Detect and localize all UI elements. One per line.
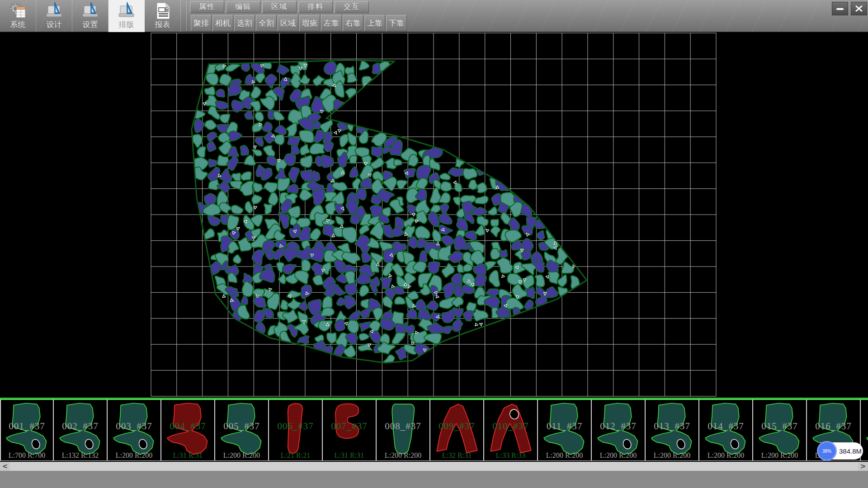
menu-button-右靠[interactable]: 右靠 bbox=[343, 15, 363, 31]
pieces-strip: 001_#37L:700 R:700002_#37L:132 R:132003_… bbox=[0, 398, 868, 462]
piece-thumbnail[interactable]: 010_#37L:33 R:33 bbox=[484, 399, 538, 461]
piece-name: 012_#37 bbox=[592, 421, 645, 432]
menu-row-secondary: 聚排相机选割全割区域瑕疵左靠右靠上靠下靠 bbox=[191, 15, 407, 31]
piece-thumbnail[interactable]: 005_#37L:200 R:200 bbox=[215, 399, 269, 461]
piece-thumbnail[interactable]: 006_#37L:21 R:21 bbox=[269, 399, 323, 461]
piece-size-label: L:33 R:33 bbox=[484, 451, 537, 460]
piece-size-label: L:200 R:200 bbox=[377, 451, 429, 460]
piece-name: 014_#37 bbox=[699, 421, 752, 432]
piece-name: 003_#37 bbox=[108, 421, 160, 432]
design-ruler-icon bbox=[45, 1, 64, 21]
piece-size-label: L:200 R:200 bbox=[215, 451, 268, 460]
menu-button-左靠[interactable]: 左靠 bbox=[321, 15, 342, 31]
menu-button-全割[interactable]: 全割 bbox=[256, 15, 277, 31]
piece-size-label: L:200 R:200 bbox=[699, 451, 752, 460]
nesting-canvas-svg bbox=[0, 32, 868, 398]
menu-button-区域[interactable]: 区域 bbox=[262, 1, 297, 13]
piece-name: 009_#37 bbox=[430, 421, 483, 432]
toolbar-button-label: 报表 bbox=[155, 21, 170, 29]
toolbar-button-报表[interactable]: 报表 bbox=[145, 0, 181, 32]
piece-name: 001_#37 bbox=[1, 421, 53, 432]
menu-button-区域[interactable]: 区域 bbox=[278, 15, 298, 31]
piece-thumbnail[interactable]: 014_#37L:200 R:200 bbox=[699, 399, 753, 461]
toolbar-button-label: 设置 bbox=[83, 21, 98, 29]
menu-button-相机[interactable]: 相机 bbox=[212, 15, 233, 31]
settings-ruler-icon bbox=[81, 1, 100, 21]
piece-name: 005_#37 bbox=[215, 421, 268, 432]
close-icon bbox=[854, 5, 863, 13]
piece-size-label: L:32 R:31 bbox=[430, 451, 483, 460]
menu-button-属性[interactable]: 属性 bbox=[190, 1, 224, 13]
piece-size-label: L:200 R:200 bbox=[538, 451, 591, 460]
piece-thumbnail-list: 001_#37L:700 R:700002_#37L:132 R:132003_… bbox=[0, 399, 868, 462]
piece-name: 007_#37 bbox=[323, 421, 376, 432]
piece-size-label: L:31 R:31 bbox=[323, 451, 376, 460]
footer-bar bbox=[0, 471, 868, 488]
piece-thumbnail[interactable]: 009_#37L:32 R:31 bbox=[430, 399, 484, 461]
app-window: 系统设计设置排版报表 属性编辑区域排料交互 聚排相机选割全割区域瑕疵左靠右靠上靠… bbox=[0, 0, 868, 488]
progress-percent-badge: 38% bbox=[817, 441, 837, 461]
menu-button-交互[interactable]: 交互 bbox=[335, 1, 369, 13]
close-button[interactable] bbox=[851, 2, 867, 15]
toolbar-button-设计[interactable]: 设计 bbox=[36, 0, 72, 32]
toolbar-button-label: 设计 bbox=[47, 21, 62, 29]
piece-size-label: L:21 R:21 bbox=[269, 451, 322, 460]
menu-button-编辑[interactable]: 编辑 bbox=[226, 1, 260, 13]
piece-name: 013_#37 bbox=[646, 421, 698, 432]
piece-thumbnail[interactable]: 011_#37L:200 R:200 bbox=[538, 399, 592, 461]
piece-thumbnail[interactable]: 015_#37L:200 R:200 bbox=[753, 399, 807, 461]
toolbar-button-排版[interactable]: 排版 bbox=[108, 0, 145, 32]
piece-name: 006_#37 bbox=[269, 421, 322, 432]
menu-button-下靠[interactable]: 下靠 bbox=[386, 15, 407, 31]
nesting-ruler-icon bbox=[117, 1, 136, 21]
piece-name: 002_#37 bbox=[54, 421, 107, 432]
menu-button-排料[interactable]: 排料 bbox=[298, 1, 333, 13]
nesting-canvas[interactable] bbox=[0, 32, 868, 398]
piece-thumbnail[interactable]: 012_#37L:200 R:200 bbox=[592, 399, 646, 461]
piece-size-label: L:132 R:132 bbox=[54, 451, 107, 460]
menu-button-选割[interactable]: 选割 bbox=[234, 15, 255, 31]
toolbar-button-系统[interactable]: 系统 bbox=[0, 0, 36, 32]
menu-button-聚排[interactable]: 聚排 bbox=[191, 15, 212, 31]
piece-thumbnail[interactable]: 004_#37L:31 R:31 bbox=[161, 399, 215, 461]
window-controls bbox=[832, 2, 867, 15]
toolbar-button-label: 系统 bbox=[10, 21, 26, 29]
main-toolbar: 系统设计设置排版报表 属性编辑区域排料交互 聚排相机选割全割区域瑕疵左靠右靠上靠… bbox=[0, 0, 868, 32]
piece-name: 015_#37 bbox=[753, 421, 806, 432]
toolbar-button-label: 排版 bbox=[119, 21, 134, 29]
piece-name: 010_#37 bbox=[484, 421, 537, 432]
system-gear-icon bbox=[9, 1, 28, 21]
piece-name: 008_#37 bbox=[377, 421, 429, 432]
piece-thumbnail[interactable]: 007_#37L:31 R:31 bbox=[323, 399, 377, 461]
piece-name: 011_#37 bbox=[538, 421, 591, 432]
menu-button-上靠[interactable]: 上靠 bbox=[364, 15, 385, 31]
menu-button-瑕疵[interactable]: 瑕疵 bbox=[299, 15, 320, 31]
minimize-button[interactable] bbox=[832, 2, 848, 15]
scroll-left-arrow[interactable]: < bbox=[0, 462, 10, 471]
minimize-icon bbox=[835, 5, 844, 13]
piece-name: 016_#37 bbox=[807, 421, 860, 432]
piece-size-label: L:31 R:31 bbox=[161, 451, 214, 460]
piece-thumbnail[interactable]: 002_#37L:132 R:132 bbox=[54, 399, 108, 461]
piece-name: 017_#37 bbox=[861, 421, 868, 432]
piece-name: 004_#37 bbox=[161, 421, 214, 432]
toolbar-separator bbox=[186, 1, 187, 31]
menu-row-primary: 属性编辑区域排料交互 bbox=[190, 1, 369, 13]
piece-size-label: L:200 R:200 bbox=[753, 451, 806, 460]
report-document-icon bbox=[153, 1, 172, 21]
piece-thumbnail[interactable]: 013_#37L:200 R:200 bbox=[646, 399, 699, 461]
progress-indicator: 38% 384.8M bbox=[818, 442, 863, 460]
memory-usage: 384.8M bbox=[839, 442, 862, 460]
piece-thumbnail[interactable]: 003_#37L:200 R:200 bbox=[108, 399, 161, 461]
piece-size-label: L:200 R:200 bbox=[646, 451, 698, 460]
piece-thumbnail[interactable]: 001_#37L:700 R:700 bbox=[0, 399, 54, 461]
scroll-right-arrow[interactable]: > bbox=[858, 462, 868, 471]
piece-size-label: L:200 R:200 bbox=[108, 451, 160, 460]
piece-thumbnail[interactable]: 008_#37L:200 R:200 bbox=[377, 399, 430, 461]
piece-size-label: L:200 R:200 bbox=[592, 451, 645, 460]
piece-size-label: L:700 R:700 bbox=[1, 451, 53, 460]
toolbar-button-设置[interactable]: 设置 bbox=[72, 0, 108, 32]
horizontal-scrollbar[interactable]: < > bbox=[0, 462, 868, 471]
